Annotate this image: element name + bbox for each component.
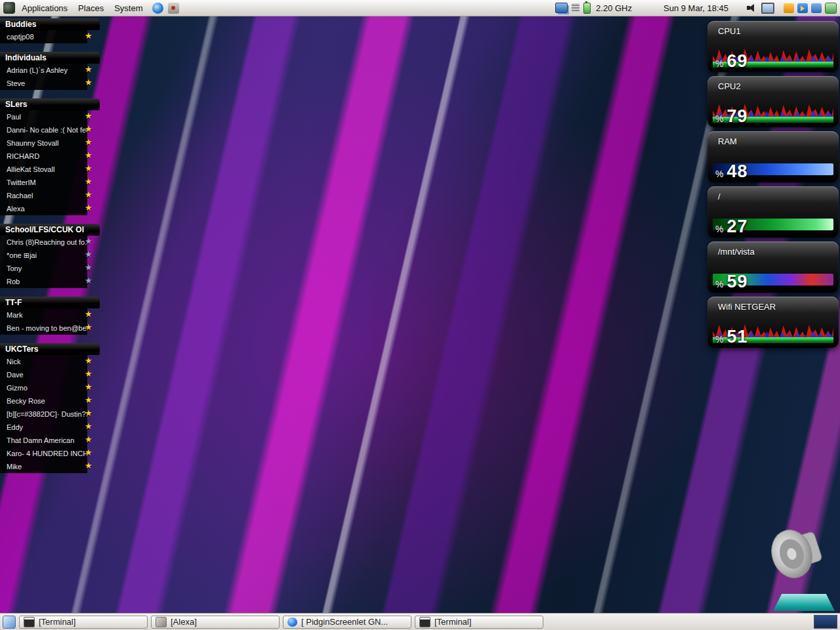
buddy-item[interactable]: Alexa★ [0, 202, 100, 215]
buddy-item[interactable]: Adrian (L)`s Ashley★ [0, 64, 100, 77]
buddy-item[interactable]: Mike★ [0, 460, 100, 473]
system-monitor-widget[interactable]: CPU2%79 [707, 76, 839, 127]
buddy-status-star-icon: ★ [85, 322, 93, 332]
system-monitor-widget[interactable]: CPU1%69 [707, 21, 839, 72]
taskbar-window-button[interactable]: [ PidginScreenlet GN... [283, 616, 411, 629]
taskbar-window-button[interactable]: [Alexa] [151, 616, 280, 629]
buddy-status-star-icon: ★ [85, 262, 93, 272]
buddy-status-star-icon: ★ [85, 203, 93, 213]
media-player-tray-icon[interactable] [797, 3, 808, 13]
buddy-name: Adrian (L)`s Ashley [0, 64, 87, 77]
buddy-item[interactable]: Tony★ [0, 262, 100, 275]
workspace-switcher[interactable] [814, 615, 837, 629]
buddy-status-star-icon: ★ [85, 382, 93, 392]
percent-sign: % [715, 169, 723, 179]
buddy-status-star-icon: ★ [85, 177, 93, 186]
buddy-status-star-icon: ★ [85, 356, 93, 366]
show-desktop-button[interactable] [3, 616, 16, 629]
buddy-item[interactable]: Dave★ [0, 368, 100, 381]
menu-system[interactable]: System [109, 1, 148, 15]
monitor-percentage: 27 [726, 217, 747, 236]
buddy-item[interactable]: Gizmo★ [0, 381, 100, 394]
buddy-item[interactable]: Becky Rose★ [0, 394, 100, 408]
buddy-group-header[interactable]: TT-F [0, 297, 100, 308]
buddy-item[interactable]: Chris (8)Reaching out fo...★ [0, 236, 100, 249]
buddy-status-star-icon: ★ [85, 369, 93, 379]
buddy-group-header[interactable]: Individuals [0, 52, 100, 64]
buddy-item[interactable]: Rob★ [0, 275, 100, 288]
volume-icon[interactable] [747, 3, 757, 12]
buddy-name: [b][c=#3882DC]· Dustin?... [0, 408, 87, 421]
buddy-name: *one ⊞jai [0, 249, 87, 262]
buddy-list: Buddiescaptjp08★IndividualsAdrian (L)`s … [0, 18, 100, 482]
application-tray-icon[interactable] [811, 3, 822, 13]
window-title: [Terminal] [39, 617, 75, 627]
percent-sign: % [715, 58, 723, 69]
buddy-group-header[interactable]: School/LFS/CCUK Ol [0, 224, 100, 236]
system-monitor-widget[interactable]: /mnt/vista%59 [707, 242, 839, 293]
monitor-value: %27 [715, 217, 748, 237]
buddy-item[interactable]: Eddy★ [0, 421, 100, 434]
app-launcher-icon[interactable] [168, 3, 179, 14]
buddy-status-star-icon: ★ [85, 448, 93, 457]
menu-applications[interactable]: Applications [16, 1, 73, 15]
system-monitor-widget[interactable]: RAM%48 [707, 131, 839, 182]
display-icon[interactable] [761, 3, 774, 14]
buddy-item[interactable]: That Damn American★ [0, 434, 100, 447]
buddy-status-star-icon: ★ [85, 395, 93, 405]
buddy-group-header[interactable]: UKCTers [0, 343, 100, 355]
monitor-label: CPU1 [707, 21, 839, 36]
buddy-status-star-icon: ★ [85, 309, 93, 319]
desktop[interactable]: Applications Places System 2.20 GHz Sun … [0, 0, 840, 630]
buddy-item[interactable]: AllieKat Stovall★ [0, 163, 100, 176]
menu-places[interactable]: Places [73, 1, 109, 15]
percent-sign: % [715, 114, 723, 124]
buddy-name: Becky Rose [0, 394, 87, 408]
buddy-item[interactable]: Rachael★ [0, 189, 100, 202]
monitor-label: CPU2 [707, 76, 839, 91]
buddy-status-star-icon: ★ [85, 77, 93, 87]
cpu-frequency-applet[interactable]: 2.20 GHz [596, 3, 632, 13]
buddy-name: Steve [0, 77, 87, 90]
buddy-item[interactable]: Mark★ [0, 308, 100, 322]
buddy-item[interactable]: Nick★ [0, 355, 100, 368]
signal-strength-icon[interactable] [572, 3, 579, 12]
network-computers-icon[interactable] [555, 3, 568, 13]
buddy-item[interactable]: Steve★ [0, 77, 100, 90]
buddy-status-star-icon: ★ [85, 31, 93, 41]
buddy-name: Rachael [0, 189, 87, 202]
system-monitor-widget[interactable]: Wifi NETGEAR%51 [707, 297, 839, 348]
buddy-item[interactable]: *one ⊞jai★ [0, 249, 100, 262]
dock-base-widget[interactable] [773, 594, 835, 611]
buddy-group-header[interactable]: Buddies [0, 18, 100, 30]
buddy-name: Mike [0, 460, 87, 473]
buddy-name: AllieKat Stovall [0, 163, 87, 176]
network-monitor-tray-icon[interactable] [825, 3, 837, 14]
buddy-item[interactable]: RICHARD★ [0, 150, 100, 163]
buddy-group: TT-FMark★Ben - moving to ben@be...★ [0, 297, 100, 335]
buddy-group: School/LFS/CCUK OlChris (8)Reaching out … [0, 224, 100, 288]
buddy-item[interactable]: [b][c=#3882DC]· Dustin?...★ [0, 408, 100, 421]
system-monitor-widget[interactable]: /%27 [707, 186, 839, 238]
folder-tray-icon[interactable] [784, 3, 794, 13]
buddy-item[interactable]: TwitterIM★ [0, 176, 100, 189]
monitor-value: %59 [715, 272, 748, 292]
taskbar-window-button[interactable]: [Terminal] [19, 616, 148, 629]
buddy-name: Ben - moving to ben@be... [0, 322, 87, 335]
clock-applet[interactable]: Sun 9 Mar, 18:45 [663, 3, 728, 13]
system-monitors: CPU1%69CPU2%79RAM%48/%27/mnt/vista%59Wif… [707, 21, 839, 348]
taskbar-window-button[interactable]: [Terminal] [415, 616, 543, 629]
buddy-item[interactable]: Danni- No cable :( Not feelin★ [0, 123, 100, 136]
buddy-item[interactable]: Paul★ [0, 110, 100, 123]
web-browser-launcher-icon[interactable] [152, 3, 163, 14]
buddy-status-star-icon: ★ [85, 137, 93, 147]
battery-icon[interactable] [583, 3, 591, 14]
distro-logo-icon[interactable] [3, 2, 15, 14]
buddy-item[interactable]: Karo- 4 HUNDRED INCHES★ [0, 447, 100, 460]
buddy-item[interactable]: captjp08★ [0, 30, 100, 43]
buddy-group-header[interactable]: SLers [0, 98, 100, 110]
buddy-status-star-icon: ★ [85, 434, 93, 444]
speaker-widget[interactable] [766, 518, 830, 585]
buddy-item[interactable]: Ben - moving to ben@be...★ [0, 322, 100, 335]
buddy-item[interactable]: Shaunny Stovall★ [0, 136, 100, 150]
